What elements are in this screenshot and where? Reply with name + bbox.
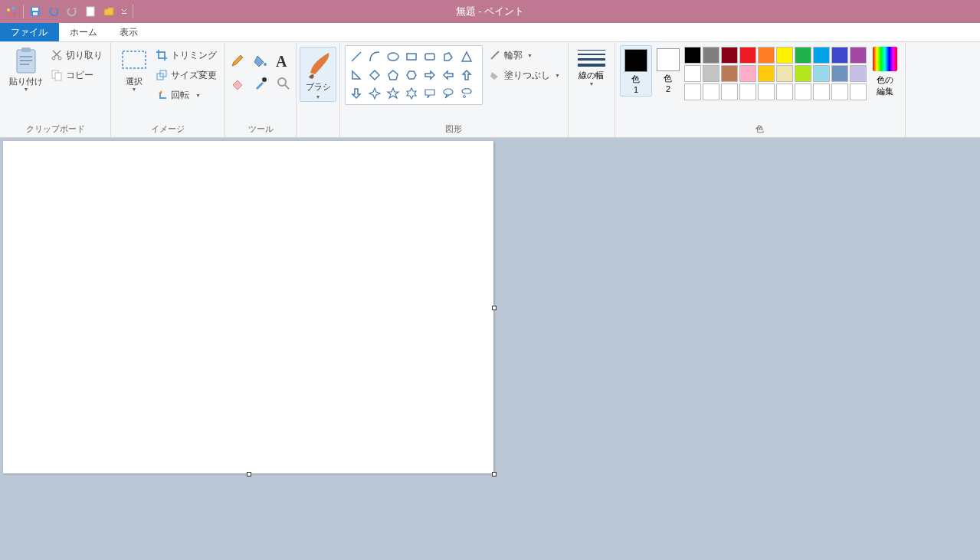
palette-color[interactable] [703, 47, 719, 64]
shape-arrow-up-icon[interactable] [457, 66, 476, 84]
canvas[interactable] [3, 141, 493, 473]
resize-handle[interactable] [492, 306, 497, 310]
new-icon[interactable] [82, 3, 99, 20]
shape-arrow-down-icon[interactable] [347, 84, 365, 103]
resize-handle[interactable] [247, 472, 251, 476]
select-button[interactable]: 選択 ▼ [116, 45, 152, 93]
shape-arrow-right-icon[interactable] [421, 66, 439, 84]
pencil-tool-icon[interactable] [230, 53, 245, 71]
svg-point-22 [262, 77, 267, 82]
palette-color[interactable] [813, 84, 830, 100]
color2-button[interactable]: 色 2 [652, 45, 684, 95]
shape-rect-icon[interactable] [402, 47, 421, 66]
redo-icon[interactable] [64, 3, 80, 20]
palette-color[interactable] [758, 84, 775, 100]
palette-color[interactable] [831, 84, 848, 100]
shape-roundrect-icon[interactable] [421, 47, 439, 66]
editcolors-label-a: 色の [877, 74, 893, 86]
palette-color[interactable] [721, 65, 738, 82]
tab-home[interactable]: ホーム [59, 23, 109, 41]
save-icon[interactable] [27, 3, 44, 20]
group-label-empty [573, 122, 610, 137]
palette-color[interactable] [739, 84, 756, 100]
rotate-button[interactable]: 回転 ▼ [152, 85, 220, 105]
qat-dropdown-icon[interactable] [119, 3, 129, 20]
copy-icon [51, 69, 63, 81]
paste-button[interactable]: 貼り付け ▼ [5, 45, 48, 93]
group-label-brushes [298, 122, 338, 137]
resize-handle[interactable] [492, 472, 497, 476]
palette-color[interactable] [721, 47, 738, 64]
palette-color[interactable] [776, 65, 793, 82]
palette-color[interactable] [795, 47, 811, 64]
open-icon[interactable] [100, 3, 117, 20]
palette-color[interactable] [684, 47, 701, 64]
shape-star4-icon[interactable] [365, 84, 384, 103]
svg-rect-25 [407, 54, 416, 60]
shape-rtriangle-icon[interactable] [347, 66, 365, 84]
paste-label: 貼り付け [9, 76, 43, 87]
shape-callout-oval-icon[interactable] [439, 84, 457, 103]
svg-point-1 [11, 7, 15, 10]
edit-colors-button[interactable]: 色の 編集 [870, 45, 900, 99]
palette-color[interactable] [831, 47, 848, 64]
shape-triangle-icon[interactable] [457, 47, 476, 66]
palette-color[interactable] [850, 65, 867, 82]
svg-rect-12 [20, 60, 32, 61]
shape-star5-icon[interactable] [384, 84, 402, 103]
undo-icon[interactable] [45, 3, 62, 20]
palette-color[interactable] [831, 65, 848, 82]
fill-tool-icon[interactable] [253, 53, 268, 71]
color1-swatch [624, 49, 647, 72]
palette-color[interactable] [813, 65, 830, 82]
shape-hexagon-icon[interactable] [402, 66, 421, 84]
caret-icon: ▼ [195, 93, 201, 98]
shape-line-icon[interactable] [347, 47, 365, 66]
palette-color[interactable] [684, 84, 701, 100]
crop-button[interactable]: トリミング [152, 45, 220, 65]
palette-color[interactable] [703, 84, 719, 100]
palette-color[interactable] [776, 84, 793, 100]
shape-callout-rect-icon[interactable] [421, 84, 439, 103]
text-tool-icon[interactable]: A [276, 53, 287, 71]
palette-color[interactable] [850, 84, 867, 100]
tab-view[interactable]: 表示 [109, 23, 149, 41]
palette-color[interactable] [813, 47, 830, 64]
palette-color[interactable] [776, 47, 793, 64]
resize-button[interactable]: サイズ変更 [152, 65, 220, 85]
copy-button[interactable]: コピー [48, 65, 106, 85]
palette-color[interactable] [850, 47, 867, 64]
palette-color[interactable] [739, 65, 756, 82]
shape-oval-icon[interactable] [384, 47, 402, 66]
brushes-button[interactable]: ブラシ ▼ [300, 47, 336, 102]
shape-polygon-icon[interactable] [439, 47, 457, 66]
window-title: 無題 - ペイント [0, 5, 980, 18]
svg-rect-11 [20, 56, 32, 57]
app-icon[interactable] [3, 3, 20, 20]
picker-tool-icon[interactable] [253, 76, 268, 94]
palette-color[interactable] [739, 47, 756, 64]
fill-button[interactable]: 塗りつぶし ▼ [486, 65, 563, 85]
outline-button[interactable]: 輪郭 ▼ [486, 45, 563, 65]
palette-color[interactable] [721, 84, 738, 100]
cut-button[interactable]: 切り取り [48, 45, 106, 65]
shape-arrow-left-icon[interactable] [439, 66, 457, 84]
palette-color[interactable] [795, 65, 811, 82]
shape-curve-icon[interactable] [365, 47, 384, 66]
linewidth-button[interactable]: 線の幅 ▼ [573, 45, 610, 88]
tab-file[interactable]: ファイル [0, 23, 59, 41]
shape-callout-cloud-icon[interactable] [457, 84, 476, 103]
shape-star6-icon[interactable] [402, 84, 421, 103]
crop-label: トリミング [171, 49, 217, 62]
shape-diamond-icon[interactable] [365, 66, 384, 84]
color1-button[interactable]: 色 1 [620, 45, 652, 97]
shapes-gallery[interactable] [345, 45, 483, 105]
palette-color[interactable] [758, 47, 775, 64]
palette-color[interactable] [795, 84, 811, 100]
eraser-tool-icon[interactable] [230, 76, 245, 94]
zoom-tool-icon[interactable] [276, 76, 291, 94]
shape-pentagon-icon[interactable] [384, 66, 402, 84]
palette-color[interactable] [703, 65, 719, 82]
palette-color[interactable] [684, 65, 701, 82]
palette-color[interactable] [758, 65, 775, 82]
